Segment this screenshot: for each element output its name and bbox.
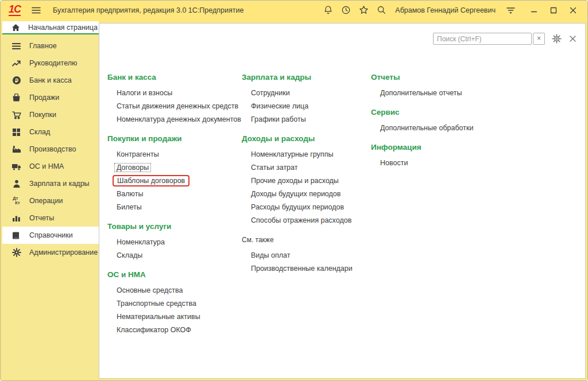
focused-link[interactable]: Договоры <box>114 163 151 172</box>
content-link[interactable]: Расходы будущих периодов <box>251 203 344 211</box>
content-link[interactable]: Номенклатура <box>117 238 165 246</box>
sidebar-item-administration[interactable]: Администрирование <box>2 244 99 261</box>
sidebar-item-label: Продажи <box>29 94 59 102</box>
menu-icon <box>11 41 21 51</box>
section: ИнформацияНовости <box>371 142 497 170</box>
home-page-tab[interactable]: Начальная страница <box>2 21 99 34</box>
content-link[interactable]: Физические лица <box>251 102 308 110</box>
content-link[interactable]: Статьи затрат <box>251 164 297 172</box>
current-user-name[interactable]: Абрамов Геннадий Сергеевич <box>395 6 496 14</box>
section-title: Покупки и продажи <box>107 133 241 145</box>
content-link[interactable]: Сотрудники <box>251 89 290 97</box>
content-item-row: Номенклатура денежных документов <box>107 113 241 126</box>
content-item-row: Графики работы <box>242 113 370 126</box>
notifications-bell-icon[interactable] <box>322 4 334 17</box>
sidebar-item-operations[interactable]: ДтКтОперации <box>2 192 99 209</box>
window-title: Бухгалтерия предприятия, редакция 3.0 1С… <box>53 6 243 14</box>
content-item-row: Классификатор ОКОФ <box>107 324 241 337</box>
section: Товары и услугиНоменклатураСклады <box>107 221 241 262</box>
content-item-row: Физические лица <box>242 100 370 113</box>
sidebar-item-directories[interactable]: Справочники <box>2 227 99 244</box>
sidebar-item-label: Производство <box>29 145 76 153</box>
content-link[interactable]: Номенклатура денежных документов <box>117 115 241 123</box>
sidebar-item-purchases[interactable]: Покупки <box>2 106 99 123</box>
content-link[interactable]: Производственные календари <box>251 265 353 273</box>
section-title: Отчеты <box>371 72 497 83</box>
sidebar: Начальная страница ГлавноеРуководителю₽Б… <box>2 20 99 379</box>
content-item-row: Билеты <box>107 201 241 214</box>
history-icon[interactable] <box>339 4 352 17</box>
sidebar-item-salary-hr[interactable]: Зарплата и кадры <box>2 175 99 192</box>
content-link[interactable]: Валюты <box>117 190 143 198</box>
content-item-row: Прочие доходы и расходы <box>242 174 370 188</box>
content-item-row: Сотрудники <box>242 87 370 100</box>
content-item-row: Номенклатурные группы <box>242 148 370 161</box>
content-link[interactable]: Билеты <box>117 203 142 211</box>
content-link[interactable]: Дополнительные обработки <box>380 124 473 132</box>
content-link[interactable]: Классификатор ОКОФ <box>117 326 191 334</box>
section-title: Товары и услуги <box>107 221 241 232</box>
sidebar-item-production[interactable]: Производство <box>2 141 99 158</box>
title-bar: 1С Бухгалтерия предприятия, редакция 3.0… <box>1 1 587 20</box>
sidebar-item-sales[interactable]: Продажи <box>2 89 99 106</box>
sidebar-item-os-nma[interactable]: ОС и НМА <box>2 158 99 175</box>
content-link[interactable]: Статьи движения денежных средств <box>117 102 238 110</box>
sidebar-item-label: Главное <box>29 42 57 50</box>
content-link[interactable]: Виды оплат <box>251 251 291 259</box>
gear-icon <box>11 248 21 258</box>
content-link[interactable]: Контрагенты <box>117 150 159 158</box>
service-menu-icon[interactable] <box>504 4 517 17</box>
sidebar-item-manager[interactable]: Руководителю <box>2 55 99 72</box>
sidebar-item-bank-cash[interactable]: ₽Банк и касса <box>2 72 99 89</box>
favorites-star-icon[interactable] <box>357 4 370 17</box>
main-panel: × Банк и кассаНалоги и взносыСтатьи движ… <box>99 23 586 379</box>
ruble-icon: ₽ <box>11 76 21 85</box>
search-clear-button[interactable]: × <box>533 33 545 45</box>
content-link[interactable]: Основные средства <box>117 286 183 294</box>
section: Покупки и продажиКонтрагентыДоговорыШабл… <box>107 133 241 214</box>
section: Доходы и расходыНоменклатурные группыСта… <box>242 133 370 227</box>
global-search-icon[interactable] <box>375 4 388 17</box>
content-item-row: Договоры <box>107 161 241 174</box>
content-link[interactable]: Прочие доходы и расходы <box>251 177 339 185</box>
main-menu-icon[interactable] <box>30 4 42 17</box>
settings-gear-icon[interactable] <box>552 34 562 44</box>
sidebar-item-main[interactable]: Главное <box>2 37 99 55</box>
minimize-button[interactable] <box>528 4 540 17</box>
book-icon <box>11 231 21 240</box>
content-link[interactable]: Дополнительные отчеты <box>380 89 462 97</box>
sidebar-item-label: Склад <box>29 128 50 136</box>
factory-icon <box>11 145 21 154</box>
truck-icon <box>11 162 21 172</box>
content-link[interactable]: Транспортные средства <box>117 300 196 308</box>
close-button[interactable] <box>567 4 579 17</box>
maximize-button[interactable] <box>547 4 560 17</box>
cart-icon <box>11 110 21 120</box>
content-item-row: Производственные календари <box>242 262 370 275</box>
section-title: Зарплата и кадры <box>242 72 370 83</box>
content-item-row: Расходы будущих периодов <box>242 201 370 214</box>
sidebar-menu: ГлавноеРуководителю₽Банк и кассаПродажиП… <box>2 34 99 379</box>
content-link[interactable]: Графики работы <box>251 115 306 123</box>
content-link[interactable]: Нематериальные активы <box>117 313 200 321</box>
content-item-row: Статьи затрат <box>242 161 370 174</box>
content-link[interactable]: Налоги и взносы <box>117 89 172 97</box>
content-item-row: Дополнительные отчеты <box>371 87 497 100</box>
section: Банк и кассаНалоги и взносыСтатьи движен… <box>107 72 241 126</box>
content-link[interactable]: Новости <box>380 159 408 167</box>
content-link[interactable]: Склады <box>117 251 142 259</box>
highlighted-link[interactable]: Шаблоны договоров <box>113 175 189 186</box>
content-link[interactable]: Доходы будущих периодов <box>251 190 341 198</box>
sidebar-item-reports[interactable]: Отчеты <box>2 209 99 227</box>
content-item-row: Валюты <box>107 188 241 201</box>
section: ОС и НМАОсновные средстваТранспортные ср… <box>107 269 241 337</box>
content-item-row: Транспортные средства <box>107 297 241 310</box>
panel-close-icon[interactable] <box>570 36 576 42</box>
content-link[interactable]: Способы отражения расходов <box>251 216 351 224</box>
section-title: Банк и касса <box>107 72 241 83</box>
search-input[interactable] <box>433 33 532 45</box>
content-link[interactable]: Номенклатурные группы <box>251 150 333 158</box>
content-item-row: Номенклатура <box>107 236 241 249</box>
content-column-1: Банк и кассаНалоги и взносыСтатьи движен… <box>107 72 241 344</box>
sidebar-item-warehouse[interactable]: Склад <box>2 123 99 141</box>
